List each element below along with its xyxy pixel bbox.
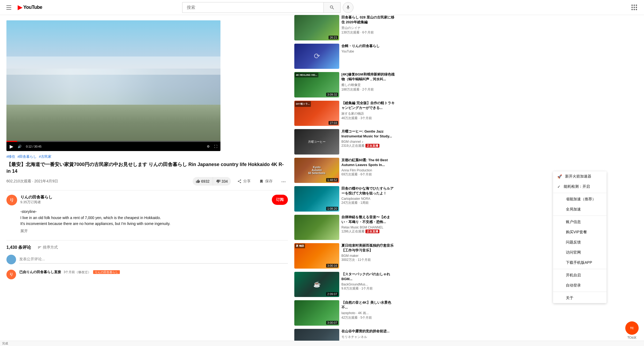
badge-diy: DIY 軽トラ... — [295, 101, 311, 107]
context-menu-item-global[interactable]: 全局加速 — [553, 204, 607, 215]
page-layout: おひさまに照らされて雪と氷が解けてしまい ▶ 🔊 0:12 / 30:45 ⚙ … — [0, 0, 644, 346]
coffee-label: 月曜コーヒー — [308, 140, 326, 144]
context-menu-item-app[interactable]: 下载手机版APP — [553, 258, 607, 268]
context-menu-item-about[interactable]: 关于 — [553, 293, 607, 303]
context-menu-item-check[interactable]: ✓ 能耗检测：开启 — [553, 182, 607, 192]
rocket-icon: 🚀 — [557, 174, 562, 179]
like-button[interactable]: 6932 — [193, 177, 213, 186]
sidebar-item[interactable]: KyotoAutumn60 Selections 1:48:52 京都の紅葉60… — [294, 158, 396, 183]
dislike-button[interactable]: 334 — [213, 177, 231, 186]
check-icon: ✓ — [557, 185, 561, 189]
comment-badge: りんの田舎暮らし — [93, 270, 120, 274]
sidebar-item-title: 月曜コーヒー: Gentle Jazz Instrumental Music f… — [341, 129, 396, 139]
sidebar-thumbnail: 1:08:20 — [294, 186, 339, 212]
sidebar-item-info: 夏日结束时美丽而孤独的疗愈音乐【工作与学习音乐】 BGM maker 3002万… — [341, 243, 396, 269]
thumbs-down-icon — [216, 179, 220, 183]
sidebar-item[interactable]: 自律神経を整える音楽〜【めまい・耳鳴り・不安感・恐怖... Relax Musi… — [294, 215, 396, 240]
sidebar-channel: Cartopboater NORA — [341, 197, 396, 201]
video-frame: おひさまに照らされて雪と氷が解けてしまい — [6, 20, 220, 141]
context-menu-item-autostart[interactable]: 开机自启 — [553, 270, 607, 280]
channel-avatar[interactable]: り — [6, 195, 17, 205]
sidebar-item-info: 【自然の音と4K】美しい水景色 不... lazephoto · 4K 画...… — [341, 300, 396, 326]
sidebar-item[interactable]: DIY 軽トラ... 27:03 【総集編 完全版】自作の軽トラキャンピングカー… — [294, 101, 396, 126]
hamburger-menu[interactable] — [4, 3, 13, 12]
channel-info: りんの田舎暮らし 9.35万订阅者 — [20, 195, 269, 205]
share-button[interactable]: 分享 — [235, 177, 253, 186]
sidebar-item[interactable]: 26:21 田舎暮らし 028 里山の古民家に移住 2020年総集編 里山のシイ… — [294, 15, 396, 40]
volume-icon[interactable]: 🔊 — [18, 145, 22, 148]
sidebar-channel: 癒しの映像堂 — [341, 83, 396, 87]
context-menu-item-autologin[interactable]: 自动登录 — [553, 280, 607, 291]
context-label-autostart: 开机自启 — [566, 273, 581, 278]
like-count: 6932 — [201, 179, 209, 183]
more-button[interactable]: ··· — [279, 177, 288, 186]
sidebar-meta: 188万次观看 · 2个月前 — [341, 87, 396, 92]
user-avatar — [6, 255, 16, 264]
sidebar-item-info: 合輯・りんの田舎暮らし YouTube — [341, 44, 396, 69]
sort-button[interactable]: 排序方式 — [37, 245, 58, 250]
share-label: 分享 — [243, 179, 251, 184]
sidebar-thumbnail: 夏 物語 3:00:16 — [294, 243, 339, 269]
sidebar-item-title: 【自然の音と4K】美しい水景色 不... — [341, 300, 396, 310]
sidebar-item-title: 合輯・りんの田舎暮らし — [341, 44, 396, 48]
sidebar-item[interactable]: 月曜コーヒー 月曜コーヒー: Gentle Jazz Instrumental … — [294, 129, 396, 155]
share-icon — [237, 179, 242, 183]
tag-item[interactable]: #古民家 — [39, 154, 51, 159]
context-menu-item-launch[interactable]: 🚀 新开火箭加速器 — [553, 171, 607, 182]
voice-search-button[interactable] — [343, 2, 353, 13]
video-meta: 602,210次观看 · 2021年4月9日 6932 334 — [6, 177, 288, 186]
sidebar-item[interactable]: ⟳ 合輯・りんの田舎暮らし YouTube — [294, 44, 396, 69]
sidebar-item-info: 京都の紅葉60選: The 60 Best Autumn Leaves Spot… — [341, 158, 396, 183]
video-actions: 6932 334 分享 — [193, 177, 288, 186]
sidebar-item-title: 在山谷中露营的竞的拼命前进... — [341, 329, 396, 334]
comment-input-row — [6, 255, 288, 264]
tag-item[interactable]: #移住 — [6, 154, 15, 159]
channel-name[interactable]: りんの田舎暮らし — [20, 195, 269, 200]
sidebar-thumbnail — [294, 215, 339, 240]
context-label-feedback: 问题反馈 — [566, 240, 581, 245]
kyoto-thumb-text: KyotoAutumn60 Selections — [308, 166, 325, 175]
context-menu-item-feedback[interactable]: 问题反馈 — [553, 237, 607, 247]
thumbs-up-icon — [196, 179, 200, 183]
comment-item: り 已由りんの田舎暮らし直接 3个月前（修改过） りんの田舎暮らし — [6, 270, 288, 279]
sidebar-item[interactable]: ☕ 2:09:07 【スターバックのパのおしゃれBGM... BackGroun… — [294, 272, 396, 297]
sidebar-item-title: 田舎暮らし 028 里山の古民家に移住 2020年総集編 — [341, 15, 396, 25]
apps-button[interactable] — [629, 2, 640, 13]
tc-watermark: TC TC社区 — [625, 321, 639, 340]
subscribe-button[interactable]: 订阅 — [272, 195, 288, 205]
sidebar-item[interactable]: 夏 物語 3:00:16 夏日结束时美丽而孤独的疗愈音乐【工作与学习音乐】 BG… — [294, 243, 396, 269]
fullscreen-icon[interactable]: ⛶ — [214, 145, 217, 148]
context-label-autologin: 自动登录 — [566, 283, 581, 288]
context-menu-item-vip[interactable]: 购买VIP套餐 — [553, 227, 607, 237]
context-menu-item-recommend[interactable]: 省能加速（推荐） — [553, 194, 607, 204]
search-button[interactable] — [323, 2, 341, 13]
sort-icon — [37, 245, 42, 250]
settings-icon[interactable]: ⚙ — [207, 145, 210, 148]
sidebar-item[interactable]: 4K HEALING VID... 3:09:32 [4K]修复BGM和维持新鲜… — [294, 72, 396, 97]
badge-4k: 4K HEALING VID... — [295, 73, 318, 77]
video-player[interactable]: おひさまに照らされて雪と氷が解けてしまい ▶ 🔊 0:12 / 30:45 ⚙ … — [6, 20, 220, 151]
video-title: 【最安】北海道で一番安い家賃7000円の古民家の中お見せします りんの田舎暮らし… — [6, 161, 288, 175]
sidebar-item[interactable]: 1:08:20 田舎の穏やかな海でひたすらルアーを投げて大物を狙ったよ！ Car… — [294, 186, 396, 212]
youtube-logo[interactable]: ▶ YouTube — [18, 4, 42, 11]
header-right — [629, 2, 640, 13]
search-input[interactable] — [182, 2, 323, 13]
save-button[interactable]: 保存 — [257, 177, 275, 186]
sidebar-channel: BGM channel ♪ — [341, 140, 396, 144]
expand-description[interactable]: 展开 — [20, 228, 288, 234]
sidebar-meta: 2319人正在观看 正在直播 — [341, 144, 396, 148]
comment-input[interactable] — [19, 255, 288, 264]
context-menu-item-website[interactable]: 访问官网 — [553, 247, 607, 258]
play-icon[interactable]: ▶ — [10, 144, 13, 149]
context-menu: 🚀 新开火箭加速器 ✓ 能耗检测：开启 省能加速（推荐） 全局加速 账户信息 购… — [553, 171, 607, 303]
live-badge: 正在直播 — [365, 144, 379, 148]
sidebar-item[interactable]: 3:00:07 【自然の音と4K】美しい水景色 不... lazephoto ·… — [294, 300, 396, 326]
header-left: ▶ YouTube — [4, 3, 42, 12]
video-duration: 1:08:20 — [326, 207, 338, 210]
desc-line-1: -storyline- — [20, 209, 288, 215]
comments-count: 1,430 条评论 — [6, 245, 31, 250]
comment-author[interactable]: 已由りんの田舎暮らし直接 — [19, 270, 61, 274]
tag-item[interactable]: #田舎暮らし — [17, 154, 37, 159]
context-menu-item-account[interactable]: 账户信息 — [553, 217, 607, 227]
sidebar-thumbnail: 月曜コーヒー — [294, 129, 339, 155]
